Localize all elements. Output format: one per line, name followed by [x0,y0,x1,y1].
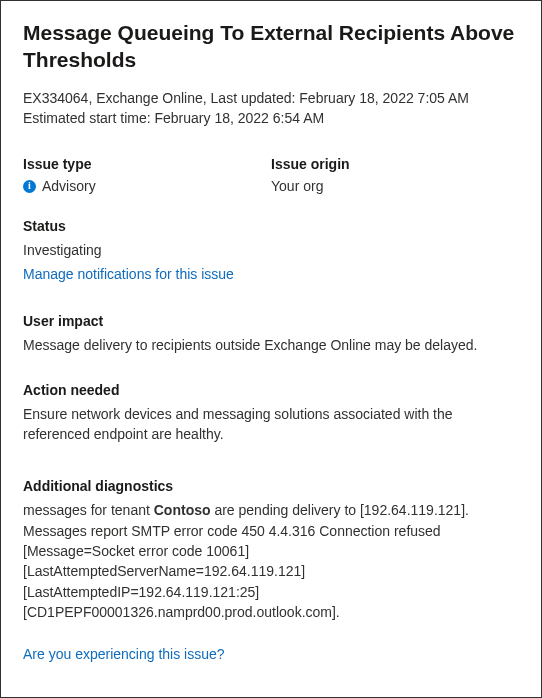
issue-type-value: Advisory [42,178,96,194]
user-impact-section: User impact Message delivery to recipien… [23,313,519,355]
page-title: Message Queueing To External Recipients … [23,19,519,74]
action-needed-value: Ensure network devices and messaging sol… [23,404,519,445]
issue-start-time: Estimated start time: February 18, 2022 … [23,108,519,128]
issue-meta: EX334064, Exchange Online, Last updated:… [23,88,519,129]
issue-type-label: Issue type [23,156,271,172]
status-value: Investigating [23,240,519,260]
issue-origin-label: Issue origin [271,156,519,172]
status-section: Status Investigating Manage notification… [23,218,519,283]
diagnostics-label: Additional diagnostics [23,478,519,494]
issue-detail-panel: Message Queueing To External Recipients … [0,0,542,698]
issue-type-origin-row: Issue type i Advisory Issue origin Your … [23,156,519,194]
diagnostics-tenant: Contoso [154,502,211,518]
issue-type-block: Issue type i Advisory [23,156,271,194]
info-icon: i [23,180,36,193]
user-impact-label: User impact [23,313,519,329]
diagnostics-pre: messages for tenant [23,502,154,518]
status-label: Status [23,218,519,234]
manage-notifications-link[interactable]: Manage notifications for this issue [23,266,234,282]
footer: Are you experiencing this issue? [23,640,519,663]
diagnostics-post: are pending delivery to [192.64.119.121]… [23,502,469,619]
diagnostics-section: Additional diagnostics messages for tena… [23,478,519,622]
issue-type-value-row: i Advisory [23,178,271,194]
action-needed-label: Action needed [23,382,519,398]
action-needed-section: Action needed Ensure network devices and… [23,382,519,445]
issue-id-line: EX334064, Exchange Online, Last updated:… [23,88,519,108]
user-impact-value: Message delivery to recipients outside E… [23,335,519,355]
issue-origin-block: Issue origin Your org [271,156,519,194]
diagnostics-value: messages for tenant Contoso are pending … [23,500,519,622]
issue-origin-value: Your org [271,178,323,194]
experiencing-issue-link[interactable]: Are you experiencing this issue? [23,646,225,662]
